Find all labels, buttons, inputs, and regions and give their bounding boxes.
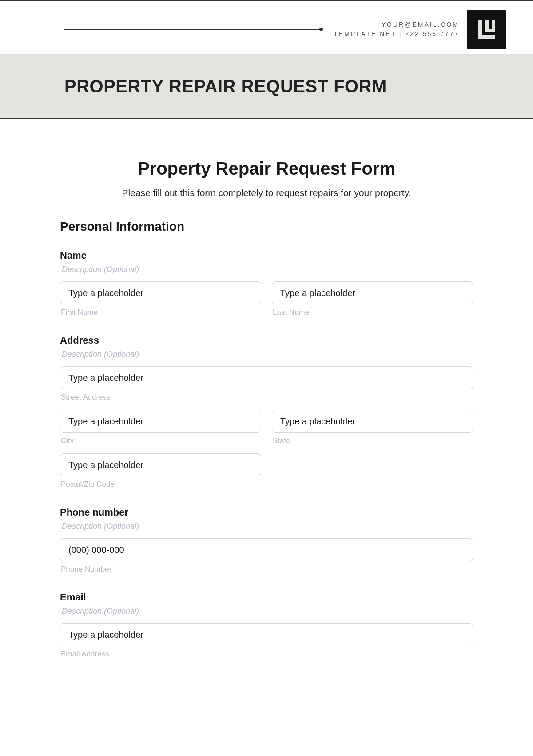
name-desc: Description (Optional) <box>60 265 473 274</box>
street-sublabel: Street Address <box>60 393 473 402</box>
phone-input[interactable] <box>60 538 473 561</box>
email-label: Email <box>60 592 473 603</box>
header-divider <box>64 29 321 30</box>
header: YOUR@EMAIL.COM TEMPLATE.NET | 222 555 77… <box>0 1 533 54</box>
state-sublabel: State <box>272 436 473 445</box>
state-input[interactable] <box>272 410 473 433</box>
banner-title: PROPERTY REPAIR REQUEST FORM <box>64 76 533 96</box>
form-subtitle: Please fill out this form completely to … <box>60 188 473 198</box>
banner: PROPERTY REPAIR REQUEST FORM <box>0 54 533 119</box>
header-email: YOUR@EMAIL.COM <box>334 20 459 29</box>
email-input[interactable] <box>60 623 473 646</box>
field-name: Name Description (Optional) First Name L… <box>60 250 473 317</box>
svg-rect-0 <box>478 20 482 35</box>
field-address: Address Description (Optional) Street Ad… <box>60 335 473 489</box>
postal-input[interactable] <box>60 453 261 476</box>
header-contact: YOUR@EMAIL.COM TEMPLATE.NET | 222 555 77… <box>334 20 459 39</box>
logo-icon <box>467 10 506 49</box>
last-name-sublabel: Last Name <box>272 308 473 317</box>
address-desc: Description (Optional) <box>60 350 473 359</box>
svg-rect-1 <box>478 35 495 39</box>
header-line2: TEMPLATE.NET | 222 555 7777 <box>334 29 459 39</box>
field-phone: Phone number Description (Optional) Phon… <box>60 507 473 574</box>
last-name-input[interactable] <box>272 281 473 304</box>
phone-label: Phone number <box>60 507 473 518</box>
postal-sublabel: Postal/Zip Code <box>60 480 261 489</box>
email-sublabel: Email Address <box>60 650 473 659</box>
name-label: Name <box>60 250 473 261</box>
city-sublabel: City <box>60 436 261 445</box>
svg-rect-4 <box>485 29 495 32</box>
email-desc: Description (Optional) <box>60 607 473 616</box>
street-input[interactable] <box>60 366 473 389</box>
first-name-sublabel: First Name <box>60 308 261 317</box>
phone-desc: Description (Optional) <box>60 522 473 531</box>
phone-sublabel: Phone Number <box>60 565 473 574</box>
address-label: Address <box>60 335 473 346</box>
form-title: Property Repair Request Form <box>60 159 473 179</box>
field-email: Email Description (Optional) Email Addre… <box>60 592 473 659</box>
first-name-input[interactable] <box>60 281 261 304</box>
section-personal-info: Personal Information <box>60 220 473 234</box>
city-input[interactable] <box>60 410 261 433</box>
